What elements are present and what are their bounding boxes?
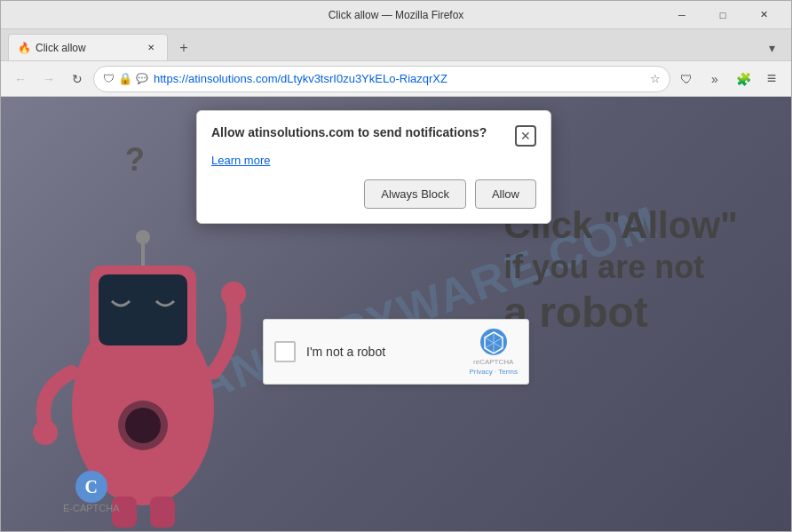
page-text-line3: a robot <box>503 287 738 338</box>
maximize-button[interactable]: □ <box>702 1 743 29</box>
toolbar-right: 🛡 » 🧩 ≡ <box>674 67 784 91</box>
address-icons: 🛡 🔒 💬 <box>103 72 148 85</box>
browser-window: Click allow — Mozilla Firefox ─ □ ✕ 🔥 Cl… <box>0 0 792 532</box>
address-bar-right: ☆ <box>650 72 661 85</box>
allow-button[interactable]: Allow <box>475 179 536 209</box>
svg-point-8 <box>125 408 161 443</box>
reload-button[interactable]: ↻ <box>65 67 90 91</box>
ecaptcha-logo: C <box>75 471 107 503</box>
list-all-tabs-button[interactable]: ▾ <box>759 36 784 60</box>
address-bar[interactable]: 🛡 🔒 💬 https://atinsolutions.com/dLtykv3t… <box>93 66 670 92</box>
url-text: https://atinsolutions.com/dLtykv3tsrI0zu… <box>154 72 645 85</box>
svg-rect-2 <box>99 274 187 345</box>
ecaptcha-label: E-CAPTCHA <box>63 503 120 513</box>
shield-toolbar-button[interactable]: 🛡 <box>674 67 699 91</box>
menu-button[interactable]: ≡ <box>759 67 784 91</box>
recaptcha-logo-area: reCAPTCHA Privacy · Terms <box>469 328 518 376</box>
popup-close-button[interactable]: ✕ <box>515 125 536 147</box>
lock-icon: 🔒 <box>118 72 132 85</box>
tab-favicon: 🔥 <box>18 42 30 54</box>
privacy-link[interactable]: Privacy <box>469 368 492 376</box>
close-button[interactable]: ✕ <box>743 1 784 29</box>
tab-label: Click allow <box>36 42 86 54</box>
notification-permission-popup: Allow atinsolutions.com to send notifica… <box>196 110 551 224</box>
recaptcha-brand: reCAPTCHA <box>473 358 513 366</box>
content-area: MYANTISPYWARE.COM ? <box>1 97 791 531</box>
back-button[interactable]: ← <box>8 67 33 91</box>
recaptcha-logo-icon <box>479 328 508 356</box>
tab-close-button[interactable]: ✕ <box>144 41 158 55</box>
page-text-line2: if you are not <box>503 248 738 286</box>
recaptcha-label: I'm not a robot <box>306 345 458 359</box>
tab-bar-right: ▾ <box>759 36 784 60</box>
bookmark-icon[interactable]: ☆ <box>650 72 661 85</box>
popup-buttons: Always Block Allow <box>211 179 536 209</box>
active-tab[interactable]: 🔥 Click allow ✕ <box>8 34 168 60</box>
svg-point-6 <box>221 282 246 306</box>
new-tab-button[interactable]: + <box>171 36 196 60</box>
ecaptcha-branding: C E-CAPTCHA <box>63 471 120 513</box>
more-tools-button[interactable]: » <box>702 67 727 91</box>
popup-header: Allow atinsolutions.com to send notifica… <box>211 125 536 147</box>
notification-icon: 💬 <box>136 73 148 84</box>
title-bar: Click allow — Mozilla Firefox ─ □ ✕ <box>1 1 791 29</box>
tab-bar: 🔥 Click allow ✕ + ▾ <box>1 29 791 61</box>
forward-button[interactable]: → <box>36 67 61 91</box>
title-bar-controls: ─ □ ✕ <box>661 1 784 29</box>
browser-title: Click allow — Mozilla Firefox <box>329 9 464 21</box>
popup-title: Allow atinsolutions.com to send notifica… <box>211 125 515 139</box>
recaptcha-checkbox[interactable] <box>274 341 296 362</box>
recaptcha-widget: I'm not a robot reCAPTCHA Privacy · Term… <box>263 319 529 385</box>
learn-more-link[interactable]: Learn more <box>211 154 536 167</box>
extensions-button[interactable]: 🧩 <box>731 67 756 91</box>
svg-point-4 <box>136 230 150 244</box>
shield-icon: 🛡 <box>103 72 115 85</box>
toolbar: ← → ↻ 🛡 🔒 💬 https://atinsolutions.com/dL… <box>1 61 791 97</box>
terms-link[interactable]: Terms <box>498 368 518 376</box>
svg-rect-10 <box>150 496 175 528</box>
minimize-button[interactable]: ─ <box>661 1 702 29</box>
recaptcha-links: Privacy · Terms <box>469 368 518 376</box>
always-block-button[interactable]: Always Block <box>364 179 466 209</box>
svg-point-5 <box>33 420 58 445</box>
